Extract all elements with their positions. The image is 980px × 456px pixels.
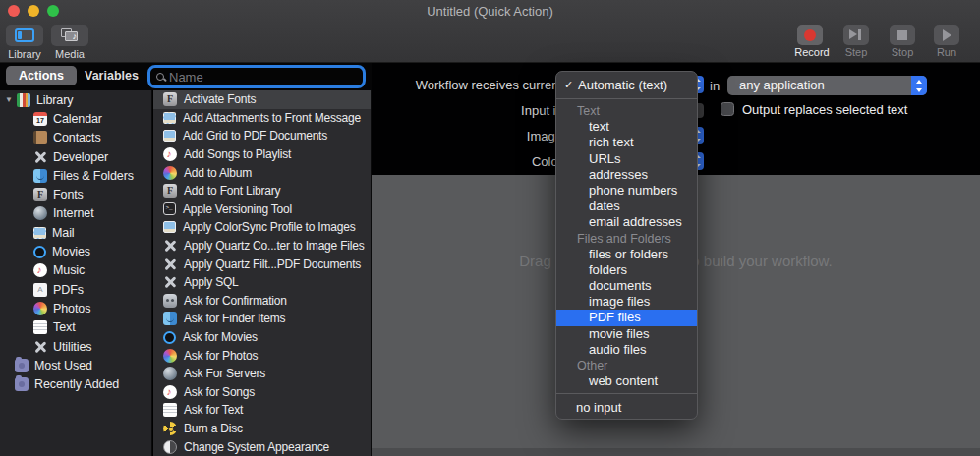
- action-item-ask-for-text[interactable]: Ask for Text: [153, 401, 371, 420]
- menu-item-label: Text: [577, 104, 600, 118]
- menu-item-files-or-folders[interactable]: files or folders: [556, 247, 697, 262]
- stop-button[interactable]: [890, 25, 915, 45]
- menu-item-folders[interactable]: folders: [556, 262, 697, 278]
- sidebar-item-contacts[interactable]: Contacts: [0, 129, 151, 147]
- action-item-ask-for-photos[interactable]: Ask for Photos: [153, 346, 371, 365]
- action-item-activate-fonts[interactable]: Activate Fonts: [153, 90, 371, 109]
- input-type-menu: ✓Automatic (text)Texttextrich textURLsad…: [555, 71, 698, 420]
- sidebar-item-developer[interactable]: Developer: [0, 147, 151, 166]
- automator-window: Untitled (Quick Action) Library Media Re…: [0, 0, 980, 456]
- library-button[interactable]: Library: [6, 25, 43, 46]
- menu-item-label: email addresses: [589, 214, 682, 229]
- menu-item-label: files or folders: [589, 247, 668, 261]
- sidebar-item-internet[interactable]: Internet: [0, 204, 151, 223]
- menu-item-text[interactable]: text: [556, 119, 697, 135]
- action-item-label: Activate Fonts: [184, 92, 256, 106]
- menu-section-other: Other: [556, 358, 697, 373]
- action-item-apply-quartz-co-ter-to-image-files[interactable]: Apply Quartz Co...ter to Image Files: [153, 237, 371, 256]
- action-item-burn-a-disc[interactable]: Burn a Disc: [153, 420, 371, 438]
- record-button[interactable]: [797, 25, 823, 45]
- sidebar-item-label: PDFs: [53, 283, 84, 297]
- menu-item-image-files[interactable]: image files: [556, 294, 697, 310]
- xtools-icon: [33, 340, 47, 354]
- search-icon: [156, 73, 165, 82]
- action-item-label: Apply SQL: [184, 275, 239, 289]
- menu-item-no-input[interactable]: no input: [556, 398, 697, 417]
- action-item-label: Ask for Confirmation: [184, 294, 287, 308]
- action-item-apply-colorsync-profile-to-images[interactable]: Apply ColorSync Profile to Images: [153, 218, 371, 237]
- run-button-label: Run: [925, 46, 968, 58]
- menu-item-label: no input: [576, 400, 621, 415]
- menu-item-addresses[interactable]: addresses: [556, 167, 697, 183]
- action-item-apply-sql[interactable]: Apply SQL: [153, 273, 371, 292]
- sidebar-item-movies[interactable]: Movies: [0, 242, 151, 260]
- photos-icon: [163, 166, 177, 180]
- music-icon: [163, 147, 177, 161]
- menu-item-email-addresses[interactable]: email addresses: [556, 214, 697, 230]
- action-item-ask-for-confirmation[interactable]: Ask for Confirmation: [153, 292, 371, 311]
- action-item-ask-for-movies[interactable]: Ask for Movies: [153, 328, 371, 347]
- menu-item-audio-files[interactable]: audio files: [556, 342, 697, 358]
- tab-actions[interactable]: Actions: [6, 66, 77, 86]
- action-item-apply-quartz-filt-pdf-documents[interactable]: Apply Quartz Filt...PDF Documents: [153, 255, 371, 273]
- input-is-label: Input is: [372, 103, 562, 118]
- action-item-ask-for-finder-items[interactable]: Ask for Finder Items: [153, 310, 371, 328]
- sidebar-item-photos[interactable]: Photos: [0, 299, 151, 317]
- action-item-add-to-album[interactable]: Add to Album: [153, 163, 371, 182]
- menu-item-phone-numbers[interactable]: phone numbers: [556, 183, 697, 199]
- window-title: Untitled (Quick Action): [0, 4, 980, 19]
- menu-item-rich-text[interactable]: rich text: [556, 135, 697, 150]
- menu-item-dates[interactable]: dates: [556, 199, 697, 214]
- menu-item-automatic-text[interactable]: ✓Automatic (text): [556, 76, 697, 94]
- sidebar-item-label: Mail: [52, 226, 75, 240]
- run-button[interactable]: [934, 25, 959, 45]
- action-item-add-songs-to-playlist[interactable]: Add Songs to Playlist: [153, 145, 371, 164]
- sidebar-item-music[interactable]: Music: [0, 261, 151, 280]
- title-bar: Untitled (Quick Action) Library Media Re…: [0, 0, 980, 63]
- sidebar-item-label: Music: [53, 263, 85, 277]
- sidebar-item-most-used[interactable]: Most Used: [0, 356, 151, 374]
- sidebar-item-label: Calendar: [53, 112, 102, 126]
- sidebar-item-recently-added[interactable]: Recently Added: [0, 374, 151, 393]
- search-input[interactable]: [165, 70, 363, 85]
- action-item-add-attachments-to-front-message[interactable]: Add Attachments to Front Message: [153, 109, 371, 128]
- step-button[interactable]: [843, 25, 869, 45]
- action-item-change-system-appearance[interactable]: Change System Appearance: [153, 437, 371, 456]
- menu-item-documents[interactable]: documents: [556, 278, 697, 294]
- output-replaces-checkbox[interactable]: [721, 102, 734, 116]
- action-item-ask-for-songs[interactable]: Ask for Songs: [153, 383, 371, 402]
- tab-variables[interactable]: Variables: [85, 66, 139, 86]
- actions-list-rows: Activate FontsAdd Attachments to Front M…: [153, 90, 371, 456]
- menu-item-urls[interactable]: URLs: [556, 151, 697, 167]
- sidebar-item-text[interactable]: Text: [0, 318, 151, 337]
- menu-item-pdf-files[interactable]: PDF files: [556, 310, 697, 325]
- xtools-icon: [33, 150, 47, 164]
- action-item-add-grid-to-pdf-documents[interactable]: Add Grid to PDF Documents: [153, 127, 371, 145]
- sidebar-item-calendar[interactable]: Calendar: [0, 109, 151, 128]
- disclosure-triangle-icon[interactable]: ▼: [5, 95, 13, 104]
- sidebar-item-label: Contacts: [53, 131, 101, 144]
- sidebar-item-fonts[interactable]: Fonts: [0, 185, 151, 203]
- media-button[interactable]: Media: [51, 25, 88, 46]
- action-item-add-to-font-library[interactable]: Add to Font Library: [153, 182, 371, 200]
- sidebar-item-utilities[interactable]: Utilities: [0, 337, 151, 356]
- application-select[interactable]: any application: [727, 76, 927, 95]
- robot-icon: [163, 294, 177, 308]
- sidebar-item-files-folders[interactable]: Files & Folders: [0, 166, 151, 185]
- menu-item-label: movie files: [589, 326, 649, 341]
- library-header: Actions Variables: [0, 63, 372, 90]
- action-item-apple-versioning-tool[interactable]: Apple Versioning Tool: [153, 200, 371, 219]
- sidebar-item-library[interactable]: ▼Library: [0, 90, 151, 109]
- sidebar-item-pdfs[interactable]: PDFs: [0, 280, 151, 299]
- search-field[interactable]: [147, 65, 366, 88]
- menu-item-web-content[interactable]: web content: [556, 373, 697, 389]
- sidebar-item-mail[interactable]: Mail: [0, 223, 151, 242]
- menu-item-label: Files and Folders: [577, 232, 671, 246]
- menu-item-movie-files[interactable]: movie files: [556, 326, 697, 342]
- sidebar-item-label: Library: [36, 93, 74, 107]
- action-item-ask-for-servers[interactable]: Ask For Servers: [153, 365, 371, 383]
- output-replaces-label: Output replaces selected text: [742, 102, 907, 117]
- sidebar-item-label: Fonts: [53, 188, 84, 201]
- sidebar-item-label: Recently Added: [34, 377, 119, 391]
- action-item-label: Add Songs to Playlist: [184, 147, 291, 161]
